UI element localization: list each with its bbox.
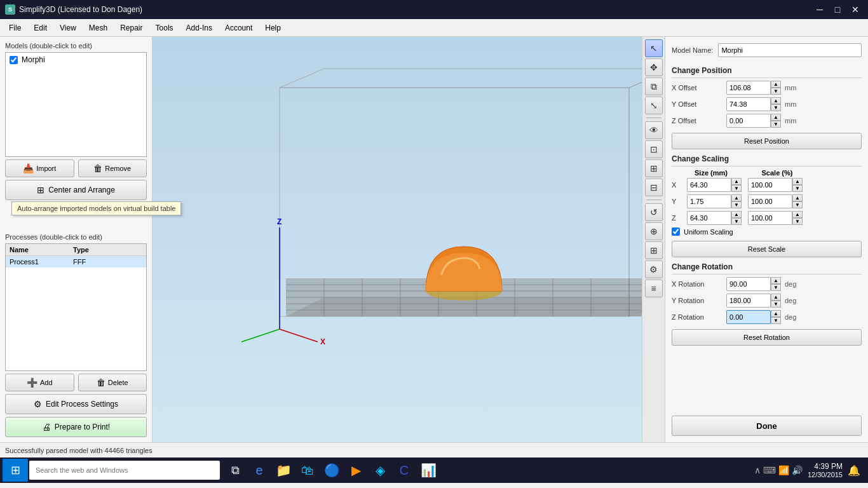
center-arrange-button[interactable]: ⊞ Center and Arrange xyxy=(5,180,147,200)
side-view-icon[interactable]: ⊞ xyxy=(645,159,663,177)
scale-x-pct-up[interactable]: ▲ xyxy=(792,178,803,185)
clock[interactable]: 4:39 PM 12/30/2015 xyxy=(808,462,843,478)
prepare-button[interactable]: 🖨 Prepare to Print! xyxy=(5,417,147,437)
model-item[interactable]: Morphi xyxy=(6,53,146,67)
x-offset-up[interactable]: ▲ xyxy=(771,81,781,88)
scale-y-pct-down[interactable]: ▼ xyxy=(792,201,803,208)
reset-scale-button[interactable]: Reset Scale xyxy=(672,241,862,257)
z-rotation-down[interactable]: ▼ xyxy=(771,317,781,324)
scale-z-size-up[interactable]: ▲ xyxy=(731,211,742,218)
menu-item-view[interactable]: View xyxy=(53,21,83,35)
y-offset-down[interactable]: ▼ xyxy=(771,104,781,111)
scale-x-size-down[interactable]: ▼ xyxy=(731,185,742,192)
scale-z-pct-up[interactable]: ▲ xyxy=(792,211,803,218)
y-rotation-up[interactable]: ▲ xyxy=(771,294,781,301)
menu-item-tools[interactable]: Tools xyxy=(149,21,180,35)
reset-position-button[interactable]: Reset Position xyxy=(672,133,862,149)
chrome-icon[interactable]: 🔵 xyxy=(320,459,343,482)
edit-process-button[interactable]: ⚙ Edit Process Settings xyxy=(5,394,147,414)
viewport[interactable]: Z X xyxy=(153,37,642,442)
zoom-icon[interactable]: ⊕ xyxy=(645,222,663,240)
scale-y-size-up[interactable]: ▲ xyxy=(731,194,742,201)
remove-button[interactable]: 🗑 Remove xyxy=(78,159,147,177)
volume-icon[interactable]: 🔊 xyxy=(792,465,803,475)
scale-x-size-input[interactable] xyxy=(687,178,731,192)
z-rotation-up[interactable]: ▲ xyxy=(771,310,781,317)
x-offset-input[interactable] xyxy=(726,81,771,95)
app2-icon[interactable]: ◈ xyxy=(369,459,391,482)
menu-item-help[interactable]: Help xyxy=(259,21,287,35)
process-row[interactable]: Process1 FFF xyxy=(6,256,146,268)
y-rotation-down[interactable]: ▼ xyxy=(771,301,781,308)
scale-z-pct-input[interactable] xyxy=(748,211,792,225)
app3-icon[interactable]: C xyxy=(393,459,416,482)
start-button[interactable]: ⊞ xyxy=(3,459,28,482)
x-offset-down[interactable]: ▼ xyxy=(771,88,781,95)
app4-icon[interactable]: 📊 xyxy=(417,459,440,482)
rotate-view-icon[interactable]: ↺ xyxy=(645,203,663,221)
scale-z-pct-down[interactable]: ▼ xyxy=(792,218,803,225)
top-view-icon[interactable]: ⊟ xyxy=(645,179,663,196)
model-checkbox[interactable] xyxy=(10,56,18,64)
pointer-icon[interactable]: ↖ xyxy=(645,39,663,57)
y-offset-up[interactable]: ▲ xyxy=(771,97,781,104)
task-view-icon[interactable]: ⧉ xyxy=(224,459,247,482)
grid-icon[interactable]: ⊞ xyxy=(645,241,663,259)
scale-icon[interactable]: ⤡ xyxy=(645,97,663,114)
delete-button[interactable]: 🗑 Delete xyxy=(78,374,147,391)
settings-icon[interactable]: ⚙ xyxy=(645,261,663,278)
move-icon[interactable]: ✥ xyxy=(645,58,663,76)
z-offset-up[interactable]: ▲ xyxy=(771,114,781,121)
uniform-scaling-checkbox[interactable] xyxy=(672,227,680,236)
x-rotation-down[interactable]: ▼ xyxy=(771,284,781,291)
scale-y-size-down[interactable]: ▼ xyxy=(731,201,742,208)
scale-y-size-input[interactable] xyxy=(687,194,731,208)
network-icon[interactable]: 📶 xyxy=(778,465,789,475)
z-offset-down[interactable]: ▼ xyxy=(771,121,781,128)
x-rotation-input[interactable] xyxy=(726,277,771,291)
chevron-icon[interactable]: ∧ xyxy=(754,465,761,475)
maximize-button[interactable]: □ xyxy=(830,3,845,16)
menu-item-file[interactable]: File xyxy=(3,21,27,35)
reset-rotation-button[interactable]: Reset Rotation xyxy=(672,329,862,346)
scale-y-pct-input[interactable] xyxy=(748,194,792,208)
menu-item-add-ins[interactable]: Add-Ins xyxy=(180,21,219,35)
scale-x-pct-down[interactable]: ▼ xyxy=(792,185,803,192)
models-section: Models (double-click to edit) Morphi 📥 I… xyxy=(5,42,147,200)
front-view-icon[interactable]: ⊡ xyxy=(645,140,663,158)
edge-icon[interactable]: e xyxy=(248,459,271,482)
app1-icon[interactable]: ▶ xyxy=(344,459,367,482)
import-button[interactable]: 📥 Import xyxy=(5,159,74,177)
scale-y-pct-up[interactable]: ▲ xyxy=(792,194,803,201)
col-type: Type xyxy=(69,244,146,255)
search-input[interactable] xyxy=(29,461,220,480)
x-rotation-up[interactable]: ▲ xyxy=(771,277,781,284)
processes-header: Name Type xyxy=(6,244,146,256)
minimize-button[interactable]: ─ xyxy=(812,3,827,16)
remove-icon: 🗑 xyxy=(93,163,102,173)
y-rotation-input[interactable] xyxy=(726,294,771,308)
close-button[interactable]: ✕ xyxy=(848,3,863,16)
z-rotation-input[interactable] xyxy=(726,310,771,324)
menu-item-repair[interactable]: Repair xyxy=(114,21,149,35)
done-button[interactable]: Done xyxy=(672,416,862,436)
scale-x-pct-input[interactable] xyxy=(748,178,792,192)
keyboard-icon[interactable]: ⌨ xyxy=(763,465,776,475)
explorer-icon[interactable]: 📁 xyxy=(272,459,295,482)
scale-z-size-down[interactable]: ▼ xyxy=(731,218,742,225)
model-name-input[interactable] xyxy=(718,43,862,57)
scale-x-size-up[interactable]: ▲ xyxy=(731,178,742,185)
copy-icon[interactable]: ⧉ xyxy=(645,78,663,95)
store-icon[interactable]: 🛍 xyxy=(296,459,319,482)
y-offset-input[interactable] xyxy=(726,97,771,111)
layers-icon[interactable]: ≡ xyxy=(645,280,663,297)
z-offset-input[interactable] xyxy=(726,114,771,128)
add-button[interactable]: ➕ Add xyxy=(5,374,74,391)
menu-item-account[interactable]: Account xyxy=(219,21,259,35)
position-section: Change Position X Offset ▲ ▼ mm Y Offset xyxy=(672,66,862,149)
menu-item-edit[interactable]: Edit xyxy=(27,21,53,35)
view-icon[interactable]: 👁 xyxy=(645,121,663,139)
menu-item-mesh[interactable]: Mesh xyxy=(83,21,114,35)
scale-z-size-input[interactable] xyxy=(687,211,731,225)
notification-bell-icon[interactable]: 🔔 xyxy=(848,464,860,477)
